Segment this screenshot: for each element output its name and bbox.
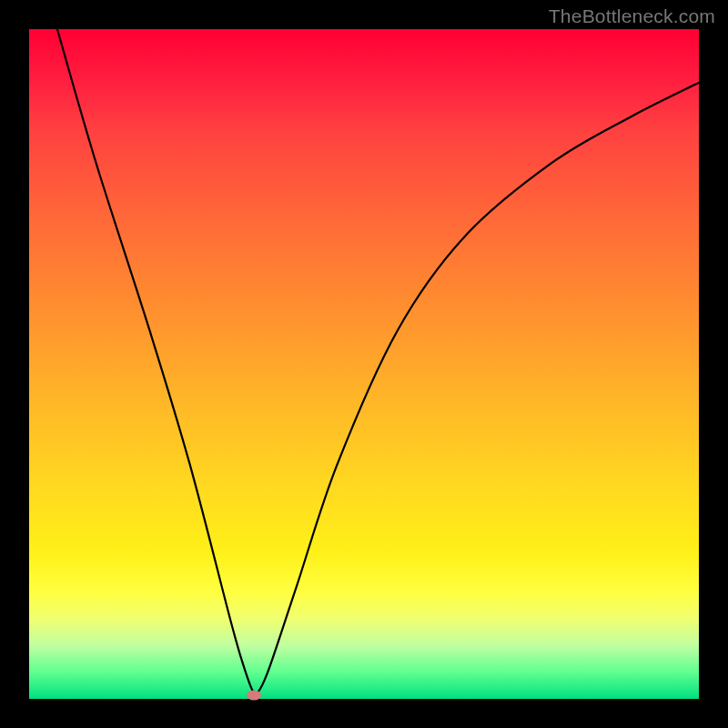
minimum-marker [247, 691, 261, 701]
plot-area [29, 29, 699, 699]
chart-frame: TheBottleneck.com [0, 0, 728, 728]
bottleneck-curve-path [57, 29, 699, 694]
watermark-text: TheBottleneck.com [549, 5, 715, 27]
curve-svg [29, 29, 699, 699]
